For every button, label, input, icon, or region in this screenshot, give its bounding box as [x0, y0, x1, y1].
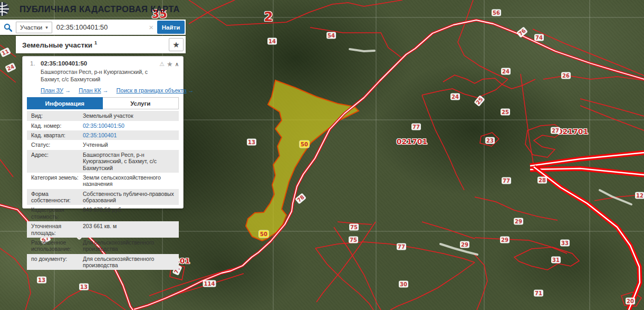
tab-information[interactable]: Информация [27, 97, 103, 109]
link-plan-zu[interactable]: План ЗУ → [41, 87, 71, 93]
table-row: Разрешенное использование:Для сельскохоз… [27, 238, 179, 254]
parcel-info-table: Вид:Земельный участок Кад. номер:02:35:1… [27, 111, 179, 270]
quarter-number-label: 021701 [397, 137, 427, 146]
parcel-number-label[interactable]: 27 [551, 127, 560, 134]
parcel-number-label[interactable]: 28 [537, 177, 547, 184]
quarter-number-label: 2 [264, 9, 273, 24]
favorites-button[interactable]: ★ [169, 38, 184, 51]
parcel-number-label[interactable]: 56 [492, 10, 501, 16]
parcel-number-label[interactable]: 50 [259, 231, 268, 238]
parcel-item-header[interactable]: 1. 02:35:100401:50 ⚠ ★ ∧ [27, 60, 179, 68]
app-title: ПУБЛИЧНАЯ КАДАСТРОВАЯ КАРТА [20, 4, 180, 14]
warning-icon[interactable]: ⚠ [159, 61, 165, 68]
parcel-number-label[interactable]: 77 [502, 177, 511, 184]
parcel-number-label[interactable]: 78 [295, 193, 306, 204]
results-title-text: Земельные участки [22, 41, 92, 49]
results-count: 1 [94, 40, 97, 45]
table-row: Адрес:Башкортостан Респ, р-н Куюргазинск… [27, 150, 179, 173]
tab-services[interactable]: Услуги [103, 97, 179, 109]
parcel-number-label[interactable]: 24 [450, 93, 460, 100]
search-category-dropdown[interactable]: Участки ▾ [16, 22, 52, 33]
parcel-number-label[interactable]: 77 [411, 124, 421, 130]
parcel-links: План ЗУ → План КК → Поиск в границах объ… [41, 87, 179, 93]
cad-quarter-link[interactable]: 02:35:100401 [81, 131, 179, 139]
search-icon[interactable] [0, 23, 16, 32]
search-bar: Участки ▾ × Найти [0, 20, 186, 35]
parcel-number-label[interactable]: 24 [501, 68, 511, 75]
table-row: Кад. квартал:02:35:100401 [27, 130, 179, 140]
clear-search-icon[interactable]: × [145, 23, 157, 32]
parcel-number-label[interactable]: 50 [300, 141, 309, 148]
favorite-star-icon[interactable]: ★ [167, 60, 173, 68]
parcel-number-label[interactable]: 29 [460, 241, 469, 248]
parcel-number-label[interactable]: 54 [326, 32, 336, 39]
table-row: по документу:Для сельскохозяйственного п… [27, 254, 179, 270]
parcel-number-label[interactable]: 31 [551, 257, 561, 264]
table-row: Категория земель:Земли сельскохозяйствен… [27, 173, 179, 189]
parcel-number-label[interactable]: 75 [349, 237, 358, 243]
parcel-tabs: Информация Услуги [27, 97, 179, 109]
search-input[interactable] [52, 23, 146, 31]
parcel-number-label[interactable]: 76 [516, 26, 528, 37]
parcel-number-label[interactable]: 12 [635, 192, 644, 199]
arrow-right-icon: → [103, 87, 109, 93]
parcel-number: 02:35:100401:50 [41, 60, 87, 67]
table-row: Вид:Земельный участок [27, 111, 179, 120]
parcel-number-label[interactable]: 29 [500, 237, 510, 243]
results-header: Земельные участки 1 ★ [16, 36, 186, 53]
table-row: Форма собственности:Собственность публич… [27, 189, 179, 205]
collapse-icon[interactable]: ∧ [175, 61, 179, 67]
parcel-address: Башкортостан Респ, р-н Куюргазинский, с … [41, 69, 165, 83]
parcel-number-label[interactable]: 71 [534, 290, 543, 297]
parcel-number-label[interactable]: 14 [267, 38, 277, 45]
parcel-number-label[interactable]: 24 [5, 62, 16, 72]
parcel-number-label[interactable]: 11 [0, 47, 11, 57]
quarter-number-label: 021701 [558, 127, 588, 136]
parcel-number-label[interactable]: 13 [79, 284, 89, 290]
parcel-number-label[interactable]: 29 [514, 218, 523, 225]
table-row: Кадастровая стоимость:649 678,59 руб. [27, 205, 179, 221]
parcel-number-label[interactable]: 13 [37, 277, 46, 284]
link-search-in-bounds[interactable]: Поиск в границах объекта → [117, 87, 194, 93]
parcel-card: 1. 02:35:100401:50 ⚠ ★ ∧ Башкортостан Ре… [22, 56, 184, 209]
search-category-label: Участки [20, 24, 42, 31]
pkk-logo-icon[interactable] [0, 2, 9, 18]
table-row: Кад. номер:02:35:100401:50 [27, 121, 179, 130]
parcel-number-label[interactable]: 13 [247, 139, 256, 146]
parcel-number-label[interactable]: 20 [626, 298, 635, 305]
parcel-number-label[interactable]: 23 [485, 137, 495, 144]
search-button[interactable]: Найти [157, 21, 185, 34]
parcel-number-label[interactable]: 33 [560, 240, 570, 247]
parcel-number-label[interactable]: 75 [349, 224, 359, 231]
parcel-number-label[interactable]: 25 [474, 95, 485, 107]
chevron-down-icon: ▾ [45, 25, 48, 30]
parcel-number-label[interactable]: 25 [501, 109, 510, 116]
arrow-right-icon: → [65, 87, 71, 93]
star-icon: ★ [172, 40, 179, 49]
parcel-number-label[interactable]: 77 [397, 243, 406, 250]
parcel-number-label[interactable]: 74 [534, 34, 544, 41]
cad-number-link[interactable]: 02:35:100401:50 [81, 122, 179, 129]
item-index: 1. [30, 60, 41, 67]
table-row: Статус:Учтенный [27, 140, 179, 149]
arrow-right-icon: → [188, 87, 194, 93]
table-row: Уточненная площадь:203 661 кв. м [27, 221, 179, 238]
pkk-app: 3520217010217011004011124145456767424262… [0, 0, 644, 310]
parcel-number-label[interactable]: 114 [203, 280, 216, 287]
results-title: Земельные участки 1 [22, 40, 97, 49]
parcel-number-label[interactable]: 30 [399, 281, 408, 288]
parcel-number-label[interactable]: 26 [561, 72, 571, 79]
link-plan-kk[interactable]: План КК → [79, 87, 108, 93]
